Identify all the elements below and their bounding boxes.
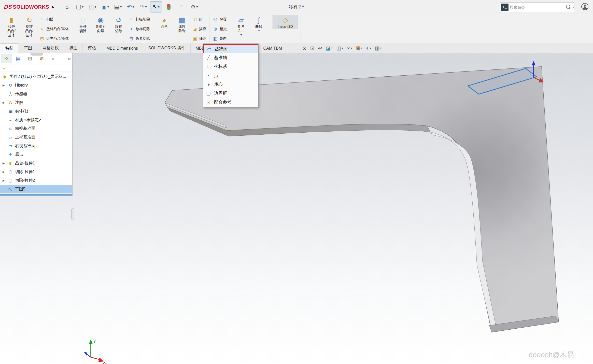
home-button[interactable]: ⌂ bbox=[61, 1, 73, 12]
search-input[interactable] bbox=[509, 5, 566, 10]
view-settings-button[interactable]: ▥▾ bbox=[374, 45, 383, 51]
caret-down-icon[interactable]: ▾ bbox=[196, 5, 198, 9]
tab-MBD Dimensions[interactable]: MBD Dimensions bbox=[101, 44, 143, 53]
tab-网格建模[interactable]: 网格建模 bbox=[37, 44, 64, 53]
caret-down-icon[interactable]: ▾ bbox=[361, 46, 362, 50]
display-style-button[interactable]: ◫▾ bbox=[335, 45, 344, 51]
previous-view-button[interactable]: ↩ bbox=[317, 45, 323, 51]
hide-show-items-button[interactable]: ∞▾ bbox=[346, 45, 353, 51]
caret-down-icon[interactable]: ▾ bbox=[158, 5, 160, 9]
zoom-area-button[interactable]: ⊡ bbox=[309, 45, 315, 51]
revolve-boss-button[interactable]: ↻旋转凸台/基体 bbox=[21, 15, 38, 38]
extrude-cut-button[interactable]: ▯拉伸切除 bbox=[75, 15, 91, 33]
tree-item[interactable]: ◒材质 <未指定> bbox=[0, 116, 72, 124]
menu-item-point[interactable]: •点 bbox=[203, 71, 258, 80]
instant3d-button[interactable]: ◇Instant3D bbox=[273, 15, 298, 29]
caret-down-icon[interactable]: ▾ bbox=[240, 33, 242, 37]
expand-arrow-icon[interactable]: ▶ bbox=[3, 162, 5, 165]
caret-down-icon[interactable]: ▾ bbox=[145, 5, 147, 9]
tree-item[interactable]: ▶▯切除-拉伸1 bbox=[0, 167, 72, 176]
caret-down-icon[interactable]: ▾ bbox=[370, 46, 371, 50]
tree-item[interactable]: ▱右视基准面 bbox=[0, 142, 72, 150]
extrude-boss-button[interactable]: ▮拉伸凸台/基体 bbox=[3, 15, 20, 38]
menu-item-center-of-mass[interactable]: ◑质心 bbox=[203, 80, 258, 89]
menu-item-bounding-box[interactable]: ▢边界框 bbox=[203, 89, 258, 98]
caret-down-icon[interactable]: ▾ bbox=[107, 5, 109, 9]
rebuild-button[interactable] bbox=[163, 1, 175, 12]
panel-collapse-handle[interactable] bbox=[31, 53, 43, 55]
tree-item[interactable]: ▶▮凸台-拉伸1 bbox=[0, 159, 72, 167]
caret-down-icon[interactable]: ▾ bbox=[120, 5, 122, 9]
wrap-button[interactable]: ◎包覆 bbox=[212, 16, 227, 23]
tab-CAM TBM[interactable]: CAM TBM bbox=[258, 44, 287, 53]
caret-down-icon[interactable]: ▾ bbox=[342, 46, 343, 50]
options-button[interactable]: ⚙▾ bbox=[188, 1, 200, 12]
caret-down-icon[interactable]: ▾ bbox=[380, 46, 382, 50]
zoom-fit-button[interactable]: ⊙ bbox=[302, 45, 307, 51]
search-icon[interactable] bbox=[566, 5, 570, 9]
user-account-icon[interactable] bbox=[581, 3, 588, 10]
tab-SOLIDWORKS 插件[interactable]: SOLIDWORKS 插件 bbox=[143, 44, 191, 53]
tree-item[interactable]: +原点 bbox=[0, 150, 72, 159]
apply-scene-button[interactable]: ◐▾ bbox=[365, 45, 372, 51]
intersect-button[interactable]: ⊕相交 bbox=[212, 26, 227, 32]
caret-down-icon[interactable]: ▾ bbox=[95, 5, 96, 9]
rib-button[interactable]: ◫筋 bbox=[191, 16, 207, 23]
file-properties-button[interactable]: ≡ bbox=[176, 1, 187, 12]
menu-item-mate-reference[interactable]: ⊡配合参考 bbox=[203, 98, 258, 107]
tab-评估[interactable]: 评估 bbox=[83, 44, 101, 53]
expand-arrow-icon[interactable]: ▶ bbox=[3, 101, 5, 104]
tree-item[interactable]: ▣实体(1) bbox=[0, 107, 72, 116]
save-button[interactable]: ▣▾ bbox=[99, 1, 111, 12]
search-commands-icon[interactable]: >_ bbox=[501, 4, 509, 11]
undo-button[interactable]: ↶▾ bbox=[125, 1, 136, 12]
select-button[interactable]: ↖▾ bbox=[150, 1, 162, 12]
expand-arrow-icon[interactable]: ▶ bbox=[3, 84, 5, 87]
tree-item[interactable]: ▱前视基准面 bbox=[0, 124, 72, 133]
tree-item[interactable]: ▶▯切除-拉伸2 bbox=[0, 176, 72, 185]
tab-特征[interactable]: 特征 bbox=[0, 44, 19, 53]
fillet-button[interactable]: ◕圆角 bbox=[156, 15, 173, 29]
tree-item[interactable]: ▶A注解 bbox=[0, 98, 72, 107]
open-button[interactable]: ◰▾ bbox=[87, 1, 98, 12]
featuremanager-tab[interactable]: ❖ bbox=[1, 54, 12, 63]
expand-arrow-icon[interactable]: ▶ bbox=[3, 170, 5, 174]
reference-geometry-button[interactable]: ▱参考几...▾ bbox=[233, 15, 249, 37]
viewport-3d-scene[interactable]: Y X dooooit@木易 bbox=[0, 53, 593, 364]
tree-item[interactable]: ◆零件2 (默认) <<默认>_显示状... bbox=[0, 72, 72, 81]
tab-草图[interactable]: 草图 bbox=[19, 44, 37, 53]
draft-button[interactable]: ◢拔模 bbox=[191, 26, 207, 32]
tree-item[interactable]: ▶↻History bbox=[0, 81, 72, 90]
tab-标注[interactable]: 标注 bbox=[64, 44, 83, 53]
mirror-button[interactable]: ◧镜向 bbox=[212, 35, 227, 42]
sweep-cut-button[interactable]: ≈扫描切除 bbox=[128, 16, 150, 23]
graphics-viewport[interactable]: Y X dooooit@木易 bbox=[0, 53, 593, 364]
displaymanager-tab[interactable]: ◐ bbox=[48, 54, 59, 63]
print-button[interactable]: ▤▾ bbox=[112, 1, 124, 12]
new-document-button[interactable]: ▢▾ bbox=[74, 1, 86, 12]
section-view-button[interactable]: ◪▾ bbox=[325, 45, 333, 51]
caret-down-icon[interactable]: ▾ bbox=[133, 5, 134, 9]
tree-item[interactable]: ◺草图5 bbox=[0, 185, 72, 193]
caret-down-icon[interactable]: ▾ bbox=[258, 29, 260, 32]
boundary-boss-button[interactable]: ⊞边界凸台/基体 bbox=[39, 35, 69, 42]
loft-cut-button[interactable]: ◖放样切除 bbox=[128, 26, 150, 32]
edit-appearance-button[interactable]: ●▾ bbox=[355, 45, 363, 51]
caret-down-icon[interactable]: ▾ bbox=[331, 46, 333, 50]
menu-item-reference-plane[interactable]: ▱基准面 bbox=[203, 44, 258, 53]
tree-item[interactable]: ▱上视基准面 bbox=[0, 133, 72, 142]
sweep-button[interactable]: ≈扫描 bbox=[39, 16, 69, 23]
tree-filter-bar[interactable]: ▽ bbox=[0, 64, 72, 72]
revolve-cut-button[interactable]: ↺旋转切除 bbox=[110, 15, 127, 33]
curves-button[interactable]: ∫曲线▾ bbox=[250, 15, 267, 33]
hole-wizard-button[interactable]: ◉异型孔向导 bbox=[92, 15, 109, 33]
search-caret-icon[interactable]: ▾ bbox=[572, 5, 574, 9]
shell-button[interactable]: ▣抽壳 bbox=[191, 35, 207, 42]
tree-item[interactable]: ◎传感器 bbox=[0, 90, 72, 98]
propertymanager-tab[interactable]: ▤ bbox=[13, 54, 24, 63]
linear-pattern-button[interactable]: ▦线性阵列 bbox=[174, 15, 190, 33]
caret-down-icon[interactable]: ▾ bbox=[82, 5, 83, 9]
panel-splitter-handle[interactable] bbox=[71, 208, 74, 220]
menu-flyout-arrow-icon[interactable]: ▶ bbox=[52, 5, 54, 9]
menu-item-coordinate-system[interactable]: ∟坐标系 bbox=[203, 62, 258, 71]
